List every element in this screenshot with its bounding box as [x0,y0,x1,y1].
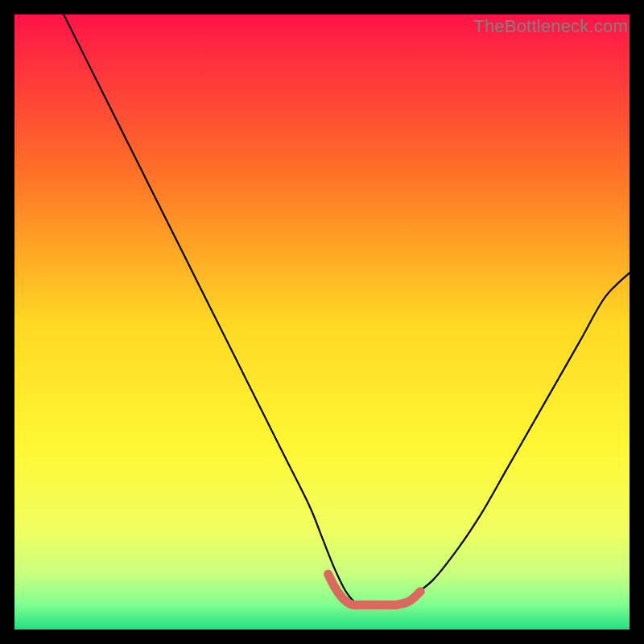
watermark-label: TheBottleneck.com [473,16,628,37]
highlight-flat-region [328,574,421,605]
curve-layer [14,14,630,630]
bottleneck-curve [64,14,630,606]
chart-frame: TheBottleneck.com [0,0,644,644]
plot-area: TheBottleneck.com [14,14,630,630]
